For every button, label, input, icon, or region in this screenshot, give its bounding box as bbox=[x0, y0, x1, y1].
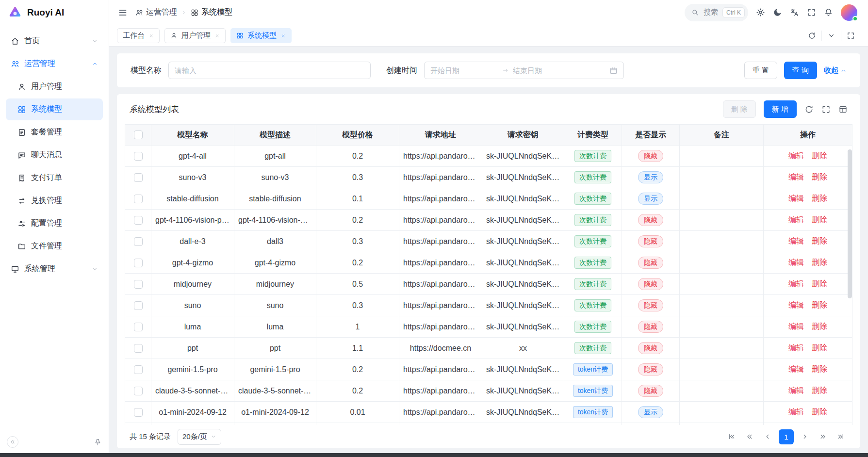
next-pages-button[interactable] bbox=[816, 430, 830, 443]
row-checkbox[interactable] bbox=[134, 152, 143, 161]
delete-link[interactable]: 删除 bbox=[812, 194, 827, 202]
model-name-input[interactable] bbox=[168, 62, 371, 79]
refresh-table-icon[interactable] bbox=[804, 105, 814, 114]
delete-link[interactable]: 删除 bbox=[812, 343, 827, 352]
query-button[interactable]: 查 询 bbox=[784, 62, 817, 79]
reset-button[interactable]: 重 置 bbox=[744, 62, 777, 79]
sidebar-pin-icon[interactable] bbox=[94, 438, 102, 446]
row-checkbox[interactable] bbox=[134, 173, 143, 182]
hamburger-menu-icon[interactable] bbox=[118, 8, 128, 17]
edit-link[interactable]: 编辑 bbox=[788, 173, 804, 181]
sidebar-item-system[interactable]: 系统管理 bbox=[6, 258, 103, 280]
row-checkbox[interactable] bbox=[134, 259, 143, 267]
row-checkbox[interactable] bbox=[134, 301, 143, 310]
last-page-button[interactable] bbox=[834, 430, 848, 443]
sidebar-subitem[interactable]: 支付订单 bbox=[6, 167, 103, 189]
sidebar-collapse-button[interactable] bbox=[7, 436, 18, 448]
close-icon[interactable] bbox=[280, 33, 286, 38]
table-fullscreen-icon[interactable] bbox=[821, 105, 831, 114]
settings-icon[interactable] bbox=[756, 8, 765, 17]
edit-link[interactable]: 编辑 bbox=[788, 322, 804, 330]
column-settings-icon[interactable] bbox=[838, 105, 848, 114]
close-icon[interactable] bbox=[214, 33, 220, 38]
first-page-button[interactable] bbox=[725, 430, 738, 443]
delete-link[interactable]: 删除 bbox=[812, 237, 827, 245]
edit-link[interactable]: 编辑 bbox=[788, 386, 804, 394]
edit-link[interactable]: 编辑 bbox=[788, 194, 804, 202]
tab-item[interactable]: 用户管理 bbox=[164, 28, 226, 43]
start-date-input[interactable] bbox=[430, 66, 498, 75]
select-all-checkbox[interactable] bbox=[134, 131, 143, 139]
batch-delete-button[interactable]: 删 除 bbox=[723, 100, 756, 118]
row-checkbox[interactable] bbox=[134, 408, 143, 417]
content-fullscreen-icon[interactable] bbox=[841, 31, 860, 41]
sidebar-subitem[interactable]: 配置管理 bbox=[6, 212, 103, 234]
row-checkbox[interactable] bbox=[134, 344, 143, 353]
sidebar-subitem-label: 聊天消息 bbox=[31, 150, 62, 160]
notifications-icon[interactable] bbox=[824, 8, 833, 17]
edit-link[interactable]: 编辑 bbox=[788, 151, 804, 160]
collapse-filter-link[interactable]: 收起 bbox=[824, 66, 847, 75]
delete-link[interactable]: 删除 bbox=[812, 322, 827, 330]
next-page-button[interactable] bbox=[798, 430, 812, 443]
sidebar-subitem[interactable]: 系统模型 bbox=[6, 98, 103, 120]
edit-link[interactable]: 编辑 bbox=[788, 365, 804, 373]
breadcrumb-item[interactable]: 运营管理 bbox=[135, 7, 177, 17]
row-checkbox[interactable] bbox=[134, 323, 143, 331]
tab-item[interactable]: 系统模型 bbox=[230, 28, 292, 43]
current-page-button[interactable]: 1 bbox=[779, 429, 794, 444]
row-checkbox[interactable] bbox=[134, 280, 143, 289]
row-checkbox[interactable] bbox=[134, 195, 143, 203]
scrollbar-thumb[interactable] bbox=[848, 149, 852, 298]
sidebar-subitem[interactable]: 文件管理 bbox=[6, 235, 103, 257]
sidebar-item-home[interactable]: 首页 bbox=[6, 30, 103, 52]
edit-link[interactable]: 编辑 bbox=[788, 215, 804, 224]
breadcrumb-item-current[interactable]: 系统模型 bbox=[191, 7, 232, 17]
delete-link[interactable]: 删除 bbox=[812, 173, 827, 181]
date-range-picker[interactable] bbox=[424, 62, 624, 79]
user-avatar[interactable] bbox=[841, 4, 857, 21]
sidebar-subitem[interactable]: 兑换管理 bbox=[6, 190, 103, 212]
page-size-select[interactable]: 20条/页 bbox=[178, 429, 221, 445]
sidebar-subitem[interactable]: 用户管理 bbox=[6, 76, 103, 98]
edit-link[interactable]: 编辑 bbox=[788, 258, 804, 266]
delete-link[interactable]: 删除 bbox=[812, 151, 827, 160]
delete-link[interactable]: 删除 bbox=[812, 301, 827, 309]
row-checkbox[interactable] bbox=[134, 387, 143, 395]
prev-pages-button[interactable] bbox=[743, 430, 756, 443]
edit-link[interactable]: 编辑 bbox=[788, 408, 804, 416]
delete-link[interactable]: 删除 bbox=[812, 258, 827, 266]
edit-link[interactable]: 编辑 bbox=[788, 301, 804, 309]
refresh-page-icon[interactable] bbox=[802, 31, 821, 41]
tab-list: 工作台用户管理系统模型 bbox=[117, 28, 292, 43]
sidebar-item-operation[interactable]: 运营管理 bbox=[6, 53, 103, 75]
app-logo[interactable]: Ruoyi AI bbox=[0, 0, 109, 25]
add-button[interactable]: 新 增 bbox=[764, 100, 797, 118]
visibility-badge: 显示 bbox=[638, 171, 663, 184]
delete-link[interactable]: 删除 bbox=[812, 279, 827, 288]
sidebar-subitem[interactable]: 聊天消息 bbox=[6, 144, 103, 166]
edit-link[interactable]: 编辑 bbox=[788, 343, 804, 352]
close-icon[interactable] bbox=[148, 33, 154, 38]
dark-mode-icon[interactable] bbox=[773, 8, 782, 17]
delete-link[interactable]: 删除 bbox=[812, 215, 827, 224]
delete-link[interactable]: 删除 bbox=[812, 408, 827, 416]
row-checkbox[interactable] bbox=[134, 237, 143, 246]
cell-checkbox bbox=[125, 146, 151, 167]
sidebar-subitem[interactable]: 套餐管理 bbox=[6, 121, 103, 143]
fullscreen-icon[interactable] bbox=[807, 8, 816, 17]
global-search[interactable]: 搜索 Ctrl K bbox=[685, 4, 748, 21]
edit-link[interactable]: 编辑 bbox=[788, 237, 804, 245]
tab-menu-chevron-icon[interactable] bbox=[821, 31, 841, 41]
tab-item[interactable]: 工作台 bbox=[117, 28, 160, 43]
end-date-input[interactable] bbox=[513, 66, 581, 75]
row-checkbox[interactable] bbox=[134, 365, 143, 374]
prev-page-button[interactable] bbox=[761, 430, 774, 443]
cell-model-desc: gpt-all bbox=[234, 146, 316, 167]
language-icon[interactable] bbox=[790, 8, 799, 17]
table-scrollbar[interactable] bbox=[848, 147, 852, 422]
delete-link[interactable]: 删除 bbox=[812, 386, 827, 394]
row-checkbox[interactable] bbox=[134, 216, 143, 225]
delete-link[interactable]: 删除 bbox=[812, 365, 827, 373]
edit-link[interactable]: 编辑 bbox=[788, 279, 804, 288]
